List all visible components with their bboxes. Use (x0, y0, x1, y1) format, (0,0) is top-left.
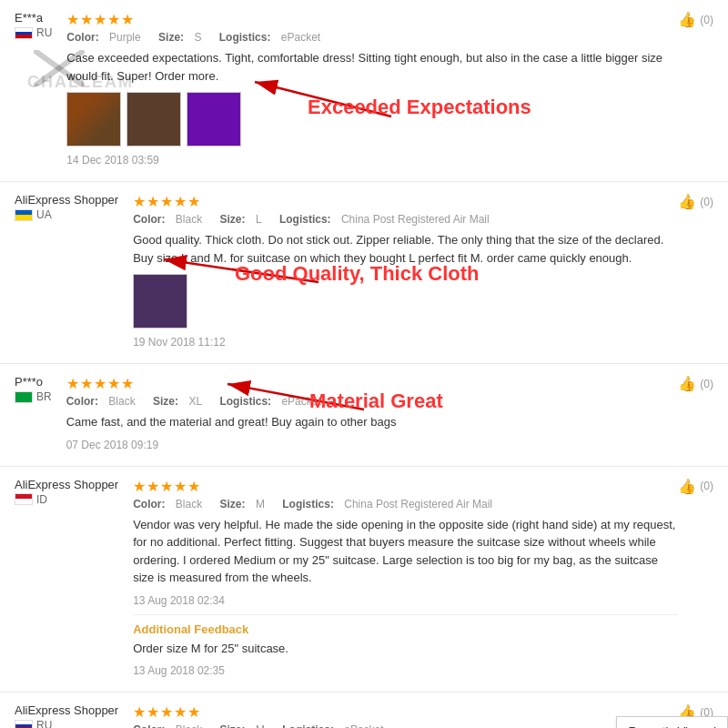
star-icon: ★ (107, 375, 120, 392)
reviewer-country: RU (15, 719, 118, 728)
meta-color: Color: Purple (66, 31, 147, 44)
star-icon: ★ (80, 11, 93, 28)
like-button[interactable]: 👍 (0) (678, 478, 713, 495)
star-icon: ★ (160, 193, 173, 210)
country-code: ID (36, 493, 47, 506)
like-button[interactable]: 👍 (0) (678, 11, 713, 28)
star-icon: ★ (147, 193, 159, 210)
star-icon: ★ (66, 11, 79, 28)
meta-size: Size: M (220, 723, 272, 728)
thumb-icon: 👍 (678, 11, 696, 28)
reviewer-country: UA (15, 208, 118, 221)
additional-feedback-date: 13 Aug 2018 02:35 (133, 664, 678, 677)
review-item: P***o BR ★ ★ ★ ★ ★ Color: Black Size: XL (0, 364, 728, 467)
additional-feedback-label: Additional Feedback (133, 622, 678, 636)
thumb-icon: 👍 (678, 478, 696, 495)
star-icon: ★ (160, 703, 173, 721)
reviewer-country: ID (15, 493, 118, 506)
meta-logistics: Logistics: ePacket (219, 395, 328, 408)
meta-color: Color: Black (133, 213, 209, 226)
review-date: 19 Nov 2018 11:12 (133, 336, 678, 349)
reviewer-country: BR (15, 390, 52, 403)
reviewer-info: AliExpress Shopper ID (15, 478, 118, 506)
like-count: (0) (700, 14, 713, 26)
star-icon: ★ (107, 11, 120, 28)
review-meta: Color: Purple Size: S Logistics: ePacket (66, 31, 678, 44)
star-rating: ★ ★ ★ ★ ★ (133, 703, 678, 721)
reviews-container: E***a RU ★ ★ ★ ★ ★ Color: Purple Size: S (0, 0, 728, 728)
star-icon: ★ (94, 11, 106, 28)
meta-color: Color: Black (133, 723, 209, 728)
star-icon: ★ (187, 193, 200, 210)
country-code: RU (36, 26, 52, 39)
reviewer-info: P***o BR (15, 375, 52, 403)
reviewer-name: AliExpress Shopper (15, 703, 118, 717)
flag-icon (15, 720, 33, 729)
review-meta: Color: Black Size: L Logistics: China Po… (133, 213, 678, 226)
like-count: (0) (700, 196, 713, 208)
star-icon: ★ (160, 478, 173, 495)
reviewer-info: AliExpress Shopper UA (15, 193, 118, 221)
review-image[interactable] (126, 92, 181, 147)
review-item: AliExpress Shopper ID ★ ★ ★ ★ ★ Color: B… (0, 467, 728, 693)
reviewer-country: RU (15, 26, 52, 39)
review-date: 13 Aug 2018 02:34 (133, 594, 678, 607)
flag-icon (15, 27, 33, 39)
star-icon: ★ (80, 375, 93, 392)
review-images (133, 274, 678, 329)
country-code: RU (36, 719, 52, 728)
meta-logistics: Logistics: ePacket (219, 31, 328, 44)
meta-logistics: Logistics: China Post Registered Air Mai… (279, 213, 497, 226)
country-code: BR (36, 390, 52, 403)
review-image[interactable] (187, 92, 241, 147)
meta-size: Size: XL (153, 395, 209, 408)
star-rating: ★ ★ ★ ★ ★ (133, 193, 678, 210)
flag-icon (15, 493, 33, 505)
reviewer-info: AliExpress Shopper RU (15, 703, 118, 728)
review-item: AliExpress Shopper UA ★ ★ ★ ★ ★ Color: B… (0, 182, 728, 364)
review-meta: Color: Black Size: XL Logistics: ePacket (66, 395, 679, 408)
meta-size: Size: M (220, 498, 272, 511)
review-images (66, 92, 678, 147)
meta-color: Color: Black (66, 395, 143, 408)
meta-logistics: Logistics: China Post Registered Air Mai… (282, 498, 500, 511)
meta-size: Size: L (220, 213, 269, 226)
star-icon: ★ (133, 478, 146, 495)
reviewer-name: P***o (15, 375, 52, 389)
review-meta: Color: Black Size: M Logistics: China Po… (133, 498, 678, 511)
review-image[interactable] (133, 274, 187, 329)
star-icon: ★ (187, 478, 200, 495)
recently-viewed-button[interactable]: Recently Viewed (616, 716, 728, 728)
flag-icon (15, 391, 33, 403)
star-icon: ★ (66, 375, 79, 392)
meta-size: Size: S (158, 31, 208, 44)
like-button[interactable]: 👍 (0) (678, 193, 713, 210)
star-icon: ★ (174, 703, 187, 721)
like-button[interactable]: 👍 (0) (678, 375, 713, 392)
review-text: Vendor was very helpful. He made the sid… (133, 516, 678, 587)
review-item: E***a RU ★ ★ ★ ★ ★ Color: Purple Size: S (0, 0, 728, 182)
star-icon: ★ (147, 478, 159, 495)
thumb-icon: 👍 (678, 193, 696, 210)
star-icon: ★ (133, 703, 146, 721)
reviewer-name: AliExpress Shopper (15, 478, 118, 491)
review-date: 07 Dec 2018 09:19 (66, 439, 679, 451)
star-rating: ★ ★ ★ ★ ★ (66, 11, 678, 28)
review-text: Case exceeded expectations. Tight, comfo… (66, 49, 678, 85)
star-icon: ★ (121, 375, 134, 392)
reviewer-name: AliExpress Shopper (15, 193, 118, 207)
review-meta: Color: Black Size: M Logistics: ePacket (133, 723, 678, 728)
review-text: Came fast, and the material and great! B… (66, 413, 679, 431)
reviewer-info: E***a RU (15, 11, 52, 39)
review-image[interactable] (66, 92, 121, 147)
star-icon: ★ (174, 193, 187, 210)
review-text: Good quality. Thick cloth. Do not stick … (133, 231, 678, 267)
like-count: (0) (700, 378, 713, 390)
additional-feedback-text: Order size M for 25" suitcase. (133, 640, 678, 658)
star-rating: ★ ★ ★ ★ ★ (66, 375, 679, 392)
reviewer-name: E***a (15, 11, 52, 25)
star-icon: ★ (187, 703, 200, 721)
country-code: UA (36, 208, 52, 221)
like-count: (0) (700, 480, 713, 492)
meta-logistics: Logistics: ePacket (282, 723, 390, 728)
